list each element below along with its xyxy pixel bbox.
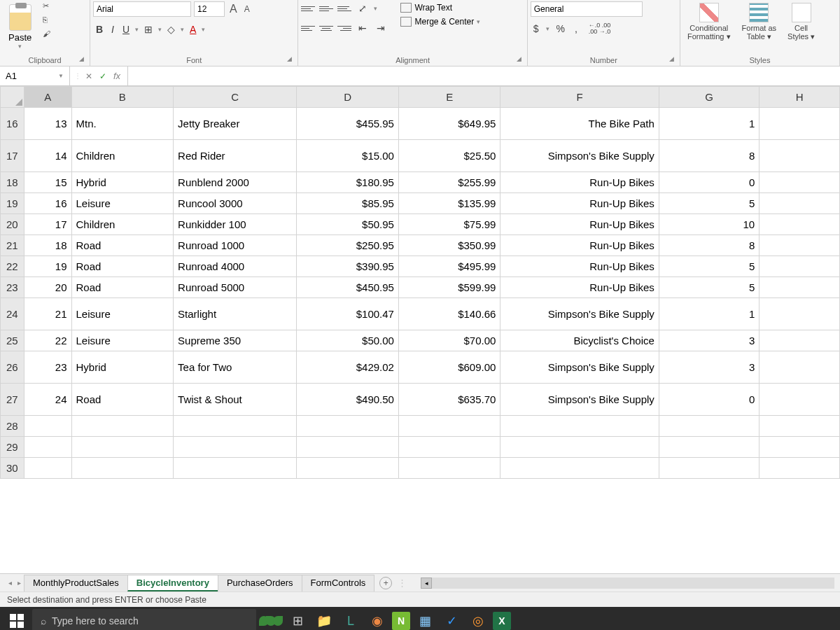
row-header[interactable]: 28 bbox=[1, 416, 24, 437]
number-launcher-icon[interactable]: ◢ bbox=[669, 55, 678, 64]
align-center-button[interactable] bbox=[319, 22, 333, 34]
cell[interactable]: Simpson's Bike Supply bbox=[500, 140, 659, 172]
taskbar-clover-icon[interactable] bbox=[259, 609, 283, 630]
cell[interactable]: 0 bbox=[659, 172, 759, 193]
cell[interactable]: $15.00 bbox=[297, 140, 398, 172]
cell[interactable]: Run-Up Bikes bbox=[500, 214, 659, 235]
cell[interactable]: $599.99 bbox=[398, 277, 500, 298]
cell[interactable]: Runroad 1000 bbox=[174, 235, 297, 256]
bold-button[interactable]: B bbox=[93, 22, 106, 36]
taskbar-search[interactable]: ⌕ Type here to search bbox=[32, 609, 256, 630]
start-button[interactable] bbox=[4, 608, 29, 630]
cell[interactable]: $75.99 bbox=[398, 214, 500, 235]
cell[interactable]: $390.95 bbox=[297, 256, 398, 277]
cell[interactable]: 18 bbox=[24, 235, 71, 256]
cell[interactable] bbox=[760, 437, 840, 458]
cell[interactable]: Leisure bbox=[71, 193, 174, 214]
cell[interactable] bbox=[760, 416, 840, 437]
accounting-format-button[interactable]: $ bbox=[531, 23, 542, 34]
cell[interactable] bbox=[71, 416, 174, 437]
cell[interactable]: $250.95 bbox=[297, 235, 398, 256]
cell[interactable]: $100.47 bbox=[297, 298, 398, 330]
cell[interactable] bbox=[760, 384, 840, 416]
cell[interactable]: 8 bbox=[659, 235, 759, 256]
font-color-button[interactable]: A bbox=[187, 22, 199, 36]
cell[interactable]: $649.95 bbox=[398, 108, 500, 140]
cell[interactable]: Starlight bbox=[174, 298, 297, 330]
decrease-decimal-button[interactable]: .00 →.0 bbox=[589, 29, 611, 35]
cell[interactable]: $429.02 bbox=[297, 351, 398, 384]
merge-center-button[interactable]: Merge & Center ▾ bbox=[398, 15, 483, 28]
align-left-button[interactable] bbox=[301, 22, 315, 34]
cell[interactable] bbox=[760, 140, 840, 172]
name-box-dropdown-icon[interactable]: ▼ bbox=[58, 73, 64, 79]
cell[interactable] bbox=[24, 437, 71, 458]
cell[interactable] bbox=[174, 437, 297, 458]
taskbar-app-icon[interactable]: ◉ bbox=[365, 609, 389, 630]
cell[interactable] bbox=[398, 458, 500, 479]
cell[interactable]: $140.66 bbox=[398, 298, 500, 330]
row-header[interactable]: 21 bbox=[1, 235, 24, 256]
column-header-E[interactable]: E bbox=[398, 87, 500, 108]
cell-styles-button[interactable]: Cell Styles ▾ bbox=[783, 1, 819, 43]
cell[interactable]: Road bbox=[71, 384, 174, 416]
cell[interactable]: Run-Up Bikes bbox=[500, 235, 659, 256]
cell[interactable] bbox=[760, 330, 840, 351]
sheet-nav-last-icon[interactable]: ▸ bbox=[15, 579, 24, 587]
cell[interactable]: Road bbox=[71, 277, 174, 298]
row-header[interactable]: 18 bbox=[1, 172, 24, 193]
cell[interactable]: 1 bbox=[659, 108, 759, 140]
cell[interactable] bbox=[174, 458, 297, 479]
align-bottom-button[interactable] bbox=[337, 2, 351, 15]
cell[interactable]: Runkidder 100 bbox=[174, 214, 297, 235]
cell[interactable] bbox=[760, 277, 840, 298]
cell[interactable]: 5 bbox=[659, 193, 759, 214]
cell[interactable]: 20 bbox=[24, 277, 71, 298]
row-header[interactable]: 26 bbox=[1, 351, 24, 384]
cell[interactable]: Children bbox=[71, 140, 174, 172]
cell[interactable]: Mtn. bbox=[71, 108, 174, 140]
cell[interactable] bbox=[398, 416, 500, 437]
spreadsheet-grid[interactable]: ABCDEFGH 1613Mtn.Jetty Breaker$455.95$64… bbox=[0, 86, 840, 573]
cell[interactable]: Bicyclist's Choice bbox=[500, 330, 659, 351]
cell[interactable]: Simpson's Bike Supply bbox=[500, 351, 659, 384]
cell[interactable]: $490.50 bbox=[297, 384, 398, 416]
cell[interactable]: 13 bbox=[24, 108, 71, 140]
cell[interactable] bbox=[398, 437, 500, 458]
cell[interactable] bbox=[71, 458, 174, 479]
cell[interactable] bbox=[297, 437, 398, 458]
cell[interactable]: 23 bbox=[24, 351, 71, 384]
cell[interactable]: $635.70 bbox=[398, 384, 500, 416]
format-painter-button[interactable]: 🖌 bbox=[43, 29, 57, 42]
cell[interactable]: Simpson's Bike Supply bbox=[500, 384, 659, 416]
taskbar-app-icon[interactable]: ▦ bbox=[413, 609, 437, 630]
cell[interactable] bbox=[760, 351, 840, 384]
cell[interactable]: $255.99 bbox=[398, 172, 500, 193]
row-header[interactable]: 19 bbox=[1, 193, 24, 214]
cell[interactable] bbox=[174, 416, 297, 437]
orientation-button[interactable]: ⤢ bbox=[356, 1, 370, 15]
alignment-launcher-icon[interactable]: ◢ bbox=[517, 55, 525, 64]
wrap-text-button[interactable]: Wrap Text bbox=[398, 1, 483, 14]
cell[interactable]: 5 bbox=[659, 256, 759, 277]
task-view-button[interactable]: ⊞ bbox=[286, 609, 309, 630]
horizontal-scrollbar[interactable]: ◂ bbox=[421, 578, 834, 589]
column-header-B[interactable]: B bbox=[71, 87, 174, 108]
cell[interactable]: Children bbox=[71, 214, 174, 235]
cell[interactable]: $85.95 bbox=[297, 193, 398, 214]
cell[interactable] bbox=[659, 437, 759, 458]
cell[interactable]: $609.00 bbox=[398, 351, 500, 384]
paste-button[interactable]: Paste ▾ bbox=[3, 1, 37, 52]
cell[interactable]: 24 bbox=[24, 384, 71, 416]
cell[interactable]: Hybrid bbox=[71, 172, 174, 193]
cell[interactable]: Run-Up Bikes bbox=[500, 172, 659, 193]
cell[interactable] bbox=[297, 458, 398, 479]
cell[interactable] bbox=[500, 416, 659, 437]
cell[interactable] bbox=[24, 458, 71, 479]
cell[interactable]: Runroad 5000 bbox=[174, 277, 297, 298]
font-name-select[interactable] bbox=[93, 1, 191, 17]
cell[interactable]: $455.95 bbox=[297, 108, 398, 140]
row-header[interactable]: 16 bbox=[1, 108, 24, 140]
decrease-indent-button[interactable]: ⇤ bbox=[356, 21, 370, 35]
cell[interactable]: $70.00 bbox=[398, 330, 500, 351]
